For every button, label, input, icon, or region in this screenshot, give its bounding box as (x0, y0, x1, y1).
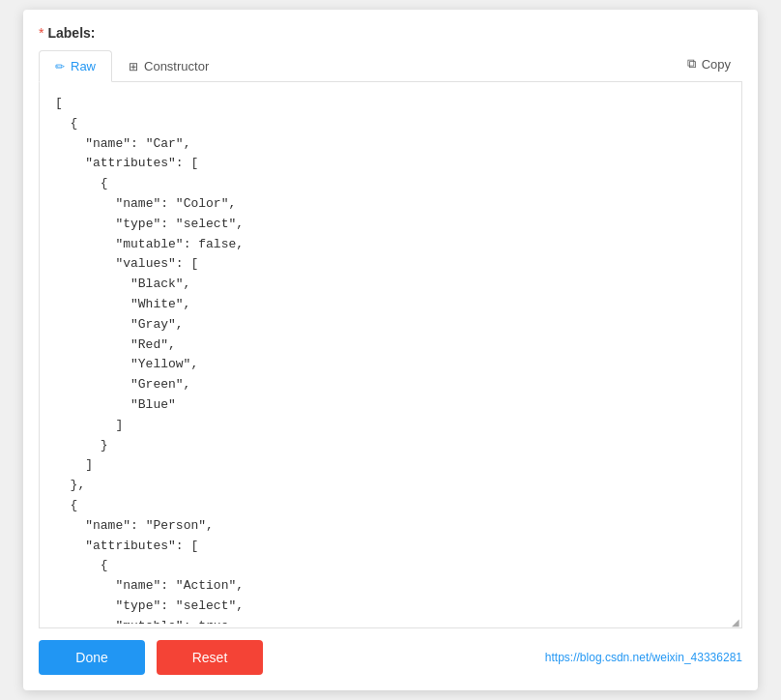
labels-dialog: * Labels: ✏ Raw ⊞ Constructor ⧉ Copy [ {… (23, 10, 758, 690)
tabs-bar: ✏ Raw ⊞ Constructor ⧉ Copy (39, 50, 742, 82)
code-textarea[interactable]: [ { "name": "Car", "attributes": [ { "na… (40, 82, 741, 624)
footer: Done Reset https://blog.csdn.net/weixin_… (39, 640, 742, 675)
tab-group: ✏ Raw ⊞ Constructor (39, 50, 225, 81)
labels-title: Labels: (47, 25, 95, 41)
footer-buttons: Done Reset (39, 640, 263, 675)
copy-label: Copy (702, 57, 731, 72)
labels-header: * Labels: (39, 25, 742, 41)
raw-tab-icon: ✏ (55, 60, 65, 73)
tab-constructor[interactable]: ⊞ Constructor (112, 50, 225, 81)
reset-button[interactable]: Reset (157, 640, 263, 675)
constructor-tab-icon: ⊞ (129, 60, 138, 73)
tab-raw-label: Raw (71, 59, 96, 73)
code-area-wrapper: [ { "name": "Car", "attributes": [ { "na… (39, 82, 742, 628)
required-star: * (39, 25, 43, 41)
tab-constructor-label: Constructor (144, 59, 209, 73)
tab-raw[interactable]: ✏ Raw (39, 50, 112, 82)
resize-handle[interactable]: ◢ (730, 616, 741, 627)
copy-icon: ⧉ (687, 56, 696, 72)
copy-button[interactable]: ⧉ Copy (676, 50, 742, 77)
footer-link[interactable]: https://blog.csdn.net/weixin_43336281 (545, 651, 742, 664)
done-button[interactable]: Done (39, 640, 145, 675)
